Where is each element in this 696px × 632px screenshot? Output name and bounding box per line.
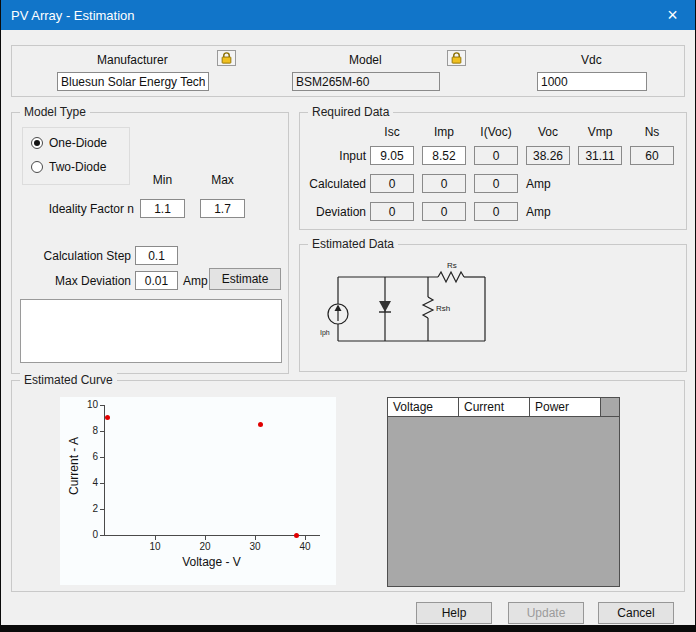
y-tick-label: 0: [76, 529, 98, 540]
array-info-frame: Manufacturer Model Vdc: [11, 45, 685, 97]
deviation-isc-field: [370, 202, 414, 221]
lock-icon: [221, 52, 232, 64]
estimated-curve-group: Estimated Curve 024681010203040 Current …: [11, 380, 685, 592]
radio-one-diode-label: One-Diode: [49, 136, 107, 150]
iph-label: Iph: [320, 329, 330, 337]
curve-point: [258, 422, 263, 427]
results-header-power: Power: [530, 398, 601, 417]
manufacturer-label: Manufacturer: [97, 53, 168, 67]
ideality-min-input[interactable]: [140, 199, 185, 218]
x-axis-title: Voltage - V: [104, 555, 319, 569]
input-voc-field[interactable]: [526, 146, 570, 165]
calculation-step-input[interactable]: [135, 246, 178, 265]
curve-point: [294, 533, 299, 538]
manufacturer-lock-button[interactable]: [217, 50, 236, 66]
radio-one-diode[interactable]: One-Diode: [31, 136, 107, 150]
y-tick-mark: [100, 535, 104, 536]
curve-plot-area: 024681010203040: [104, 405, 320, 536]
calculated-unit-label: Amp: [526, 177, 551, 191]
y-tick-mark: [100, 483, 104, 484]
results-header-filler: [601, 398, 619, 417]
min-label: Min: [140, 173, 185, 187]
y-tick-mark: [100, 509, 104, 510]
x-tick-mark: [205, 536, 206, 540]
input-ns-field[interactable]: [630, 146, 674, 165]
model-lock-button[interactable]: [447, 50, 466, 66]
column-imp-label: Imp: [422, 125, 466, 139]
message-listbox[interactable]: [20, 299, 282, 363]
required-data-group-label: Required Data: [308, 105, 393, 119]
calculated-isc-field: [370, 174, 414, 193]
manufacturer-input[interactable]: [57, 72, 209, 91]
cancel-button[interactable]: Cancel: [598, 602, 674, 624]
close-button[interactable]: ×: [650, 0, 695, 30]
help-button[interactable]: Help: [416, 602, 492, 624]
pv-array-estimation-dialog: PV Array - Estimation × Manufacturer Mod…: [1, 0, 695, 625]
results-table-header: Voltage Current Power: [388, 398, 619, 417]
estimated-data-group-label: Estimated Data: [308, 237, 398, 251]
update-button[interactable]: Update: [508, 602, 584, 624]
y-axis-title: Current - A: [67, 426, 81, 506]
results-table: Voltage Current Power: [387, 397, 620, 587]
lock-icon: [451, 52, 462, 64]
input-row-label: Input: [304, 149, 366, 163]
estimated-data-group: Estimated Data Rs Rsh Iph: [299, 244, 687, 372]
diode-option-box: One-Diode Two-Diode: [22, 127, 130, 185]
calculated-ivoc-field: [474, 174, 518, 193]
ideality-factor-label: Ideality Factor n: [16, 202, 134, 216]
radio-two-diode[interactable]: Two-Diode: [31, 160, 106, 174]
input-isc-field[interactable]: [370, 146, 414, 165]
max-deviation-label: Max Deviation: [16, 274, 131, 288]
iv-curve-chart: 024681010203040 Current - A Voltage - V: [60, 397, 336, 585]
input-imp-field[interactable]: [422, 146, 466, 165]
rsh-label: Rsh: [436, 304, 450, 313]
y-tick-mark: [100, 405, 104, 406]
x-tick-label: 20: [194, 541, 216, 552]
max-deviation-unit-label: Amp: [183, 274, 208, 288]
estimated-curve-group-label: Estimated Curve: [20, 373, 117, 387]
ideality-max-input[interactable]: [200, 199, 245, 218]
deviation-unit-label: Amp: [526, 205, 551, 219]
required-data-group: Required Data Isc Imp I(Voc) Voc Vmp Ns …: [299, 112, 687, 230]
y-tick-label: 10: [76, 399, 98, 410]
deviation-imp-field: [422, 202, 466, 221]
input-vmp-field[interactable]: [578, 146, 622, 165]
calculation-step-label: Calculation Step: [16, 249, 131, 263]
column-ivoc-label: I(Voc): [474, 125, 518, 139]
x-tick-mark: [255, 536, 256, 540]
model-input[interactable]: [292, 72, 440, 91]
results-header-voltage: Voltage: [388, 398, 459, 417]
input-ivoc-field[interactable]: [474, 146, 518, 165]
vdc-label: Vdc: [581, 53, 602, 67]
x-tick-label: 30: [244, 541, 266, 552]
column-voc-label: Voc: [526, 125, 570, 139]
title-bar: PV Array - Estimation ×: [1, 0, 695, 30]
model-type-group-label: Model Type: [20, 105, 90, 119]
deviation-row-label: Deviation: [304, 205, 366, 219]
equivalent-circuit-diagram: Rs Rsh Iph: [310, 259, 510, 363]
curve-point: [105, 415, 110, 420]
estimate-button[interactable]: Estimate: [209, 268, 281, 290]
calculated-imp-field: [422, 174, 466, 193]
x-tick-mark: [155, 536, 156, 540]
column-ns-label: Ns: [630, 125, 674, 139]
x-tick-mark: [305, 536, 306, 540]
y-tick-mark: [100, 431, 104, 432]
radio-two-diode-label: Two-Diode: [49, 160, 106, 174]
deviation-ivoc-field: [474, 202, 518, 221]
column-vmp-label: Vmp: [578, 125, 622, 139]
radio-selected-icon: [31, 137, 43, 149]
vdc-input[interactable]: [537, 72, 647, 91]
calculated-row-label: Calculated: [304, 177, 366, 191]
x-tick-label: 40: [294, 541, 316, 552]
results-header-current: Current: [459, 398, 530, 417]
y-tick-mark: [100, 457, 104, 458]
results-table-body[interactable]: [388, 417, 619, 586]
max-label: Max: [200, 173, 245, 187]
close-icon: ×: [667, 6, 678, 24]
radio-unselected-icon: [31, 161, 43, 173]
rs-label: Rs: [447, 261, 457, 270]
max-deviation-input[interactable]: [135, 271, 178, 290]
model-label: Model: [349, 53, 382, 67]
window-title: PV Array - Estimation: [1, 8, 135, 23]
